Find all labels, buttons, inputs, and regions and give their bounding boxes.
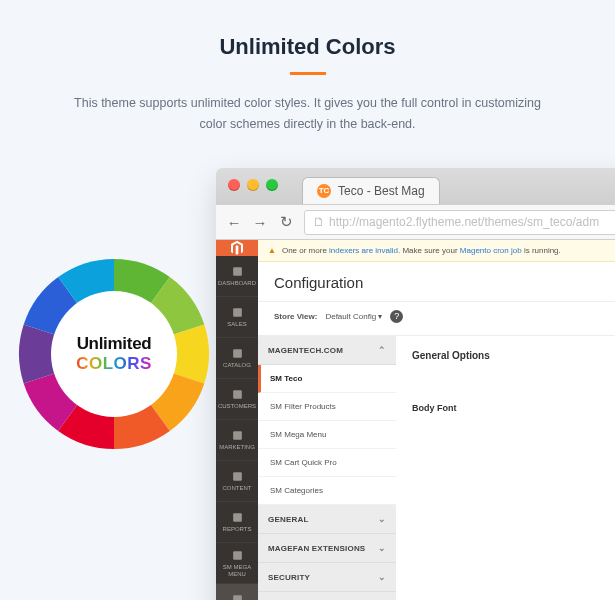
svg-rect-2 bbox=[233, 349, 242, 358]
accordion-header[interactable]: GENERAL⌄ bbox=[258, 505, 396, 534]
store-view-select[interactable]: Default Config ▾ bbox=[325, 312, 382, 321]
sidebar-item-smmega[interactable]: SM MEGA MENU bbox=[216, 543, 258, 584]
tab-title: Teco - Best Mag bbox=[338, 184, 425, 198]
svg-rect-7 bbox=[233, 551, 242, 560]
page-title: Unlimited Colors bbox=[40, 34, 575, 60]
config-nav-item[interactable]: SM Filter Products bbox=[258, 393, 396, 421]
accordion-header[interactable]: SECURITY⌄ bbox=[258, 563, 396, 592]
config-nav-item[interactable]: SM Mega Menu bbox=[258, 421, 396, 449]
sidebar-item-marketing[interactable]: MARKETING bbox=[216, 420, 258, 461]
url-input[interactable]: 🗋 http://magento2.flytheme.net/themes/sm… bbox=[304, 210, 615, 235]
alert-banner: ▲ One or more indexers are invalid. Make… bbox=[258, 240, 615, 262]
browser-tab[interactable]: TC Teco - Best Mag bbox=[302, 177, 440, 204]
svg-rect-5 bbox=[233, 472, 242, 481]
accordion-header-magentech[interactable]: MAGENTECH.COM⌃ bbox=[258, 336, 396, 365]
sidebar-item-sales[interactable]: SALES bbox=[216, 297, 258, 338]
help-icon[interactable]: ? bbox=[390, 310, 403, 323]
nav-forward-icon[interactable]: → bbox=[252, 214, 268, 231]
browser-titlebar: TC Teco - Best Mag bbox=[216, 168, 615, 204]
window-close-icon[interactable] bbox=[228, 179, 240, 191]
body-font-heading: Body Font bbox=[412, 403, 615, 413]
svg-rect-4 bbox=[233, 431, 242, 440]
config-nav-item[interactable]: SM Cart Quick Pro bbox=[258, 449, 396, 477]
svg-rect-3 bbox=[233, 390, 242, 399]
config-sidebar: MAGENTECH.COM⌃ SM TecoSM Filter Products… bbox=[258, 336, 396, 600]
svg-rect-8 bbox=[233, 595, 242, 600]
page-icon: 🗋 bbox=[313, 215, 325, 229]
nav-back-icon[interactable]: ← bbox=[226, 214, 242, 231]
alert-link-indexers[interactable]: indexers are invalid bbox=[329, 246, 398, 255]
chevron-down-icon: ⌄ bbox=[378, 572, 386, 582]
window-minimize-icon[interactable] bbox=[247, 179, 259, 191]
config-nav-item[interactable]: SM Categories bbox=[258, 477, 396, 505]
svg-rect-6 bbox=[233, 513, 242, 522]
magento-sidebar: DASHBOARDSALESCATALOGCUSTOMERSMARKETINGC… bbox=[216, 240, 258, 600]
favicon-icon: TC bbox=[317, 184, 331, 198]
store-view-label: Store View: bbox=[274, 312, 317, 321]
sidebar-item-customers[interactable]: CUSTOMERS bbox=[216, 379, 258, 420]
accordion-header[interactable]: CATALOG⌄ bbox=[258, 592, 396, 600]
accordion-header[interactable]: MAGEFAN EXTENSIONS⌄ bbox=[258, 534, 396, 563]
svg-rect-0 bbox=[233, 267, 242, 276]
sidebar-item-content[interactable]: CONTENT bbox=[216, 461, 258, 502]
divider bbox=[290, 72, 326, 75]
panel-heading: General Options bbox=[412, 350, 615, 361]
chevron-down-icon: ⌄ bbox=[378, 514, 386, 524]
chevron-down-icon: ⌄ bbox=[378, 543, 386, 553]
wheel-text-2: COLORS bbox=[76, 354, 152, 374]
magento-logo-icon[interactable] bbox=[216, 240, 258, 256]
url-text: http://magento2.flytheme.net/themes/sm_t… bbox=[329, 215, 599, 229]
svg-rect-1 bbox=[233, 308, 242, 317]
nav-reload-icon[interactable]: ↻ bbox=[278, 213, 294, 231]
browser-window: TC Teco - Best Mag ← → ↻ 🗋 http://magent… bbox=[216, 168, 615, 600]
sidebar-item-stores[interactable]: STORES bbox=[216, 584, 258, 600]
warning-icon: ▲ bbox=[268, 246, 276, 255]
config-heading: Configuration bbox=[258, 262, 615, 302]
sidebar-item-reports[interactable]: REPORTS bbox=[216, 502, 258, 543]
wheel-text-1: Unlimited bbox=[77, 334, 152, 354]
config-nav-item[interactable]: SM Teco bbox=[258, 365, 396, 393]
sidebar-item-catalog[interactable]: CATALOG bbox=[216, 338, 258, 379]
color-wheel-graphic: Unlimited COLORS bbox=[14, 254, 214, 454]
sidebar-item-dashboard[interactable]: DASHBOARD bbox=[216, 256, 258, 297]
alert-link-cron[interactable]: Magento cron job bbox=[460, 246, 522, 255]
chevron-up-icon: ⌃ bbox=[378, 345, 386, 355]
window-maximize-icon[interactable] bbox=[266, 179, 278, 191]
page-subtitle: This theme supports unlimited color styl… bbox=[68, 93, 548, 136]
